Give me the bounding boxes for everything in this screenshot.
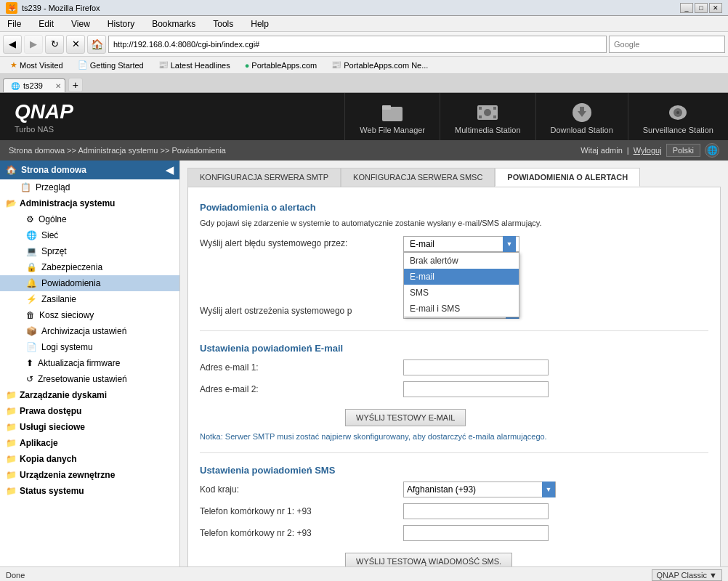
sidebar-item-archiwizacja[interactable]: 📦 Archiwizacja ustawień	[0, 323, 179, 339]
welcome-text: Witaj admin	[581, 146, 622, 155]
home-button[interactable]: 🏠	[87, 35, 106, 54]
form-row-email2: Adres e-mail 2:	[200, 381, 708, 397]
folder-icon	[379, 99, 405, 126]
logo-sub: Turbo NAS	[15, 125, 73, 134]
sidebar-section-uslugi[interactable]: 📁 Usługi sieciowe	[0, 419, 179, 435]
menu-file[interactable]: File	[3, 17, 25, 31]
phone2-input[interactable]	[403, 525, 549, 541]
sidebar-collapse-icon[interactable]: ◀	[166, 164, 174, 176]
sidebar-header: 🏠 Strona domowa ◀	[0, 161, 179, 179]
menu-edit[interactable]: Edit	[34, 17, 58, 31]
bookmark-latest-headlines[interactable]: 📰 Latest Headlines	[153, 59, 236, 71]
rss2-icon: 📰	[331, 60, 341, 70]
sidebar-item-siec[interactable]: 🌐 Sieć	[0, 227, 179, 243]
folder-dyski-icon: 📁	[6, 390, 17, 400]
sidebar-item-aktualizacja[interactable]: ⬆ Aktualizacja firmware	[0, 355, 179, 371]
dropdown-option-brak[interactable]: Brak alertów	[404, 253, 519, 269]
email-note: Notka: Serwer SMTP musi zostać najpierw …	[200, 432, 708, 441]
power-icon: ⚡	[26, 294, 37, 304]
sidebar-section-kopia[interactable]: 📁 Kopia danych	[0, 451, 179, 467]
email2-input[interactable]	[403, 381, 549, 397]
maximize-btn[interactable]: □	[695, 3, 708, 13]
svg-point-7	[484, 109, 491, 116]
doc-icon: 📋	[20, 182, 31, 192]
sidebar-item-ogolne[interactable]: ⚙ Ogólne	[0, 211, 179, 227]
stop-button[interactable]: ✕	[66, 35, 85, 54]
menu-help[interactable]: Help	[246, 17, 273, 31]
bookmark-getting-started[interactable]: 📄 Getting Started	[72, 59, 150, 71]
error-alert-dropdown-display[interactable]: E-mail ▼	[403, 236, 519, 252]
menu-history[interactable]: History	[103, 17, 139, 31]
globe-icon[interactable]: 🌐	[705, 143, 719, 158]
sidebar-item-zasilanie[interactable]: ⚡ Zasilanie	[0, 291, 179, 307]
sidebar-title: Strona domowa	[21, 165, 86, 175]
tab-smsc[interactable]: KONFIGURACJA SERWERA SMSC	[341, 168, 495, 187]
back-button[interactable]: ◀	[3, 35, 22, 54]
folder-aplikacje-icon: 📁	[6, 438, 17, 448]
folder-prawa-icon: 📁	[6, 406, 17, 416]
gear-icon: ⚙	[26, 214, 34, 224]
nav-download[interactable]: Download Station	[535, 93, 628, 140]
svg-rect-5	[479, 115, 482, 118]
dropdown-option-email[interactable]: E-mail	[404, 269, 519, 285]
send-test-sms-button[interactable]: WYŚLIJ TESTOWĄ WIADOMOŚĆ SMS.	[345, 553, 512, 566]
svg-rect-6	[493, 115, 496, 118]
forward-button[interactable]: ▶	[24, 35, 43, 54]
language-button[interactable]: Polski	[666, 144, 700, 157]
logout-link[interactable]: Wyloguj	[634, 146, 662, 155]
sms-section-title: Ustawienia powiadomień SMS	[200, 465, 708, 476]
new-tab-button[interactable]: +	[68, 78, 83, 92]
address-bar[interactable]	[108, 36, 607, 53]
tab-smtp[interactable]: KONFIGURACJA SERWERA SMTP	[187, 168, 341, 187]
bookmark-portableapps[interactable]: ● PortableApps.com	[239, 60, 323, 71]
bookmark-portableapps-ne[interactable]: 📰 PortableApps.com Ne...	[325, 59, 434, 71]
send-test-email-button[interactable]: WYŚLIJ TESTOWY E-MAIL	[345, 409, 466, 426]
sidebar-item-kosz[interactable]: 🗑 Kosz sieciowy	[0, 307, 179, 323]
menu-bookmarks[interactable]: Bookmarks	[147, 17, 200, 31]
bookmark-most-visited[interactable]: ★ Most Visited	[4, 59, 69, 71]
sidebar-item-zabezpieczenia[interactable]: 🔒 Zabezpieczenia	[0, 259, 179, 275]
dropdown-option-email-sms[interactable]: E-mail i SMS	[404, 301, 519, 317]
menu-view[interactable]: View	[67, 17, 94, 31]
sidebar-section-admin[interactable]: 📂 Administracja systemu	[0, 195, 179, 211]
browser-tab[interactable]: 🌐 ts239 ✕	[3, 78, 65, 92]
sidebar-section-status[interactable]: 📁 Status systemu	[0, 483, 179, 499]
reset-icon: ↺	[26, 374, 33, 384]
close-btn[interactable]: ✕	[709, 3, 722, 13]
sidebar-section-urzadzenia[interactable]: 📁 Urządzenia zewnętrzne	[0, 467, 179, 483]
archive-icon: 📦	[26, 326, 37, 336]
refresh-button[interactable]: ↻	[45, 35, 64, 54]
bookmarks-bar: ★ Most Visited 📄 Getting Started 📰 Lates…	[0, 57, 728, 74]
phone1-input[interactable]	[403, 503, 549, 519]
sidebar-section-prawa[interactable]: 📁 Prawa dostępu	[0, 403, 179, 419]
sidebar-item-sprzet[interactable]: 💻 Sprzęt	[0, 243, 179, 259]
sidebar-item-logi[interactable]: 📄 Logi systemu	[0, 339, 179, 355]
menu-tools[interactable]: Tools	[209, 17, 238, 31]
qnap-classic-label[interactable]: QNAP Classic ▼	[652, 569, 722, 581]
sidebar-item-przeglad[interactable]: 📋 Przegląd	[0, 179, 179, 195]
pa-icon: ●	[245, 61, 250, 70]
email1-input[interactable]	[403, 359, 549, 375]
rss-icon: 📰	[158, 60, 169, 70]
country-arrow-icon: ▼	[542, 482, 555, 497]
country-dropdown[interactable]: Afghanistan (+93) ▼	[403, 482, 556, 497]
nav-surveillance[interactable]: Surveillance Station	[628, 93, 728, 140]
dropdown-option-sms[interactable]: SMS	[404, 285, 519, 301]
sidebar-section-dyski[interactable]: 📁 Zarządzanie dyskami	[0, 387, 179, 403]
sidebar-section-aplikacje[interactable]: 📁 Aplikacje	[0, 435, 179, 451]
svg-rect-10	[580, 107, 584, 113]
tab-alerts[interactable]: POWIADOMIENIA O ALERTACH	[495, 168, 640, 187]
sidebar-item-powiadomienia[interactable]: 🔔 Powiadomienia	[0, 275, 179, 291]
trash-icon: 🗑	[26, 310, 35, 320]
divider-1	[200, 330, 708, 331]
content-panel: Powiadomienia o alertach Gdy pojawi się …	[187, 187, 721, 566]
sidebar-item-zresetowanie[interactable]: ↺ Zresetowanie ustawień	[0, 371, 179, 387]
form-row-phone1: Telefon komórkowy nr 1: +93	[200, 503, 708, 519]
minimize-btn[interactable]: _	[680, 3, 693, 13]
nav-web-file-manager[interactable]: Web File Manager	[344, 93, 440, 140]
tab-close-icon[interactable]: ✕	[55, 82, 61, 90]
search-input[interactable]	[609, 36, 725, 53]
nav-multimedia[interactable]: Multimedia Station	[440, 93, 535, 140]
main-area: 🏠 Strona domowa ◀ 📋 Przegląd 📂 Administr…	[0, 161, 728, 566]
error-alert-label: Wyślij alert błędu systemowego przez:	[200, 236, 403, 248]
